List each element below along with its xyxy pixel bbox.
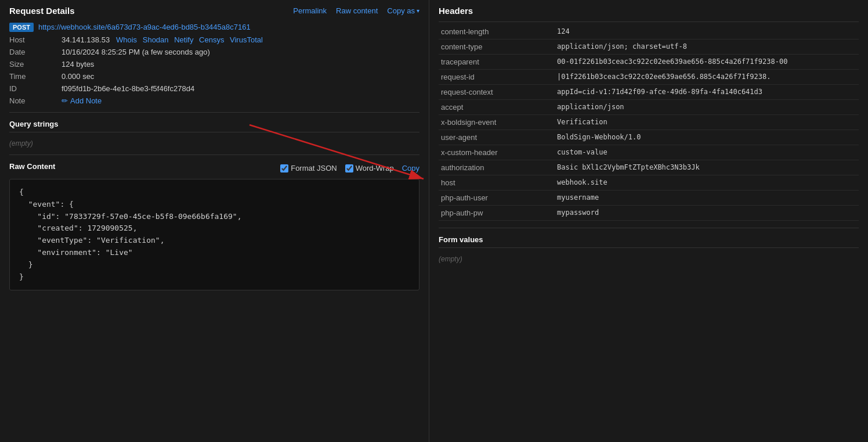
url-row: POST https://webhook.site/6a673d73-a9ac-… xyxy=(9,23,419,32)
id-label: ID xyxy=(9,84,62,93)
header-value: 124 xyxy=(555,24,859,39)
headers-title: Headers xyxy=(439,6,859,16)
table-row: request-contextappId=cid-v1:71d42f09-afc… xyxy=(439,85,859,100)
host-label: Host xyxy=(9,35,62,44)
raw-controls: Format JSON Word-Wrap Copy xyxy=(280,164,419,173)
header-value: myusername xyxy=(555,191,859,206)
form-values-title: Form values xyxy=(439,235,859,244)
whois-link[interactable]: Whois xyxy=(116,35,137,44)
table-row: acceptapplication/json xyxy=(439,100,859,115)
table-row: hostwebhook.site xyxy=(439,175,859,191)
divider-2 xyxy=(9,132,419,132)
table-row: traceparent00-01f2261b03ceac3c922c02ee63… xyxy=(439,55,859,70)
header-value: Verification xyxy=(555,115,859,130)
word-wrap-label[interactable]: Word-Wrap xyxy=(345,164,394,173)
query-strings-title: Query strings xyxy=(9,120,419,128)
id-row: ID f095fd1b-2b6e-4e1c-8be3-f5f46fc278d4 xyxy=(9,84,419,93)
form-values-divider xyxy=(439,228,859,228)
header-key: content-type xyxy=(439,39,555,55)
header-key: php-auth-user xyxy=(439,191,555,206)
header-value: Basic bXl1c2VybmFtZTpteXBhc3N3b3Jk xyxy=(555,160,859,175)
table-row: x-boldsign-eventVerification xyxy=(439,115,859,130)
header-actions: Permalink Raw content Copy as ▾ xyxy=(293,6,419,15)
header-key: content-length xyxy=(439,24,555,39)
header-key: host xyxy=(439,175,555,191)
size-label: Size xyxy=(9,60,62,69)
table-row: user-agentBoldSign-Webhook/1.0 xyxy=(439,130,859,145)
time-row: Time 0.000 sec xyxy=(9,72,419,81)
left-panel: Request Details Permalink Raw content Co… xyxy=(0,0,429,442)
netify-link[interactable]: Netify xyxy=(174,35,193,44)
header-key: request-id xyxy=(439,70,555,85)
header-key: accept xyxy=(439,100,555,115)
date-row: Date 10/16/2024 8:25:25 PM (a few second… xyxy=(9,48,419,56)
header-value: 00-01f2261b03ceac3c922c02ee639ae656-885c… xyxy=(555,55,859,70)
word-wrap-checkbox[interactable] xyxy=(345,164,353,173)
size-row: Size 124 bytes xyxy=(9,60,419,69)
table-row: x-custom-headercustom-value xyxy=(439,145,859,160)
pencil-icon: ✏ xyxy=(62,96,68,105)
header-key: php-auth-pw xyxy=(439,206,555,221)
divider-1 xyxy=(9,112,419,113)
table-row: request-id|01f2261b03ceac3c922c02ee639ae… xyxy=(439,70,859,85)
table-row: php-auth-pwmypassword xyxy=(439,206,859,221)
header-value: application/json xyxy=(555,100,859,115)
raw-content-header: Raw Content Format JSON Word-Wrap Copy xyxy=(9,162,419,174)
table-row: content-typeapplication/json; charset=ut… xyxy=(439,39,859,55)
format-json-checkbox[interactable] xyxy=(280,164,288,173)
shodan-link[interactable]: Shodan xyxy=(143,35,169,44)
form-values-divider2 xyxy=(439,247,859,248)
censys-link[interactable]: Censys xyxy=(199,35,224,44)
copy-as-button[interactable]: Copy as ▾ xyxy=(387,6,419,15)
time-value: 0.000 sec xyxy=(62,72,94,81)
request-url[interactable]: https://webhook.site/6a673d73-a9ac-4ed6-… xyxy=(38,23,251,31)
copy-raw-button[interactable]: Copy xyxy=(402,164,419,173)
host-row: Host 34.141.138.53 Whois Shodan Netify C… xyxy=(9,35,419,44)
header-key: x-custom-header xyxy=(439,145,555,160)
table-row: authorizationBasic bXl1c2VybmFtZTpteXBhc… xyxy=(439,160,859,175)
add-note-link[interactable]: ✏ Add Note xyxy=(62,96,102,105)
header-value: custom-value xyxy=(555,145,859,160)
form-values-empty: (empty) xyxy=(439,255,859,263)
header-key: x-boldsign-event xyxy=(439,115,555,130)
query-strings-empty: (empty) xyxy=(9,139,419,148)
header-key: user-agent xyxy=(439,130,555,145)
date-value: 10/16/2024 8:25:25 PM (a few seconds ago… xyxy=(62,48,210,56)
date-label: Date xyxy=(9,48,62,56)
request-details-header: Request Details Permalink Raw content Co… xyxy=(9,6,419,16)
table-row: content-length124 xyxy=(439,24,859,39)
size-value: 124 bytes xyxy=(62,60,94,69)
chevron-down-icon: ▾ xyxy=(417,8,419,14)
raw-content-section: Raw Content Format JSON Word-Wrap Copy xyxy=(9,154,419,290)
virustotal-link[interactable]: VirusTotal xyxy=(230,35,263,44)
header-value: application/json; charset=utf-8 xyxy=(555,39,859,55)
note-row: Note ✏ Add Note xyxy=(9,96,419,105)
header-key: request-context xyxy=(439,85,555,100)
host-ip: 34.141.138.53 Whois Shodan Netify Censys… xyxy=(62,35,266,44)
header-value: mypassword xyxy=(555,206,859,221)
header-value: |01f2261b03ceac3c922c02ee639ae656.885c4a… xyxy=(555,70,859,85)
divider-3 xyxy=(9,154,419,155)
method-badge: POST xyxy=(9,23,34,32)
request-details-title: Request Details xyxy=(9,6,75,16)
format-json-label[interactable]: Format JSON xyxy=(280,164,337,173)
header-value: BoldSign-Webhook/1.0 xyxy=(555,130,859,145)
id-value: f095fd1b-2b6e-4e1c-8be3-f5f46fc278d4 xyxy=(62,84,194,93)
time-label: Time xyxy=(9,72,62,81)
table-row: php-auth-usermyusername xyxy=(439,191,859,206)
header-key: traceparent xyxy=(439,55,555,70)
header-value: webhook.site xyxy=(555,175,859,191)
note-label: Note xyxy=(9,96,62,105)
header-key: authorization xyxy=(439,160,555,175)
permalink-link[interactable]: Permalink xyxy=(293,6,327,15)
raw-content-title: Raw Content xyxy=(9,162,55,171)
headers-divider xyxy=(439,21,859,22)
raw-content-code: { "event": { "id": "7833729f-57e0-45ce-b… xyxy=(9,179,419,290)
raw-content-link[interactable]: Raw content xyxy=(336,6,378,15)
header-value: appId=cid-v1:71d42f09-afce-49d6-89fa-4fa… xyxy=(555,85,859,100)
headers-table: content-length124content-typeapplication… xyxy=(439,24,859,221)
right-panel: Headers content-length124content-typeapp… xyxy=(429,0,868,442)
